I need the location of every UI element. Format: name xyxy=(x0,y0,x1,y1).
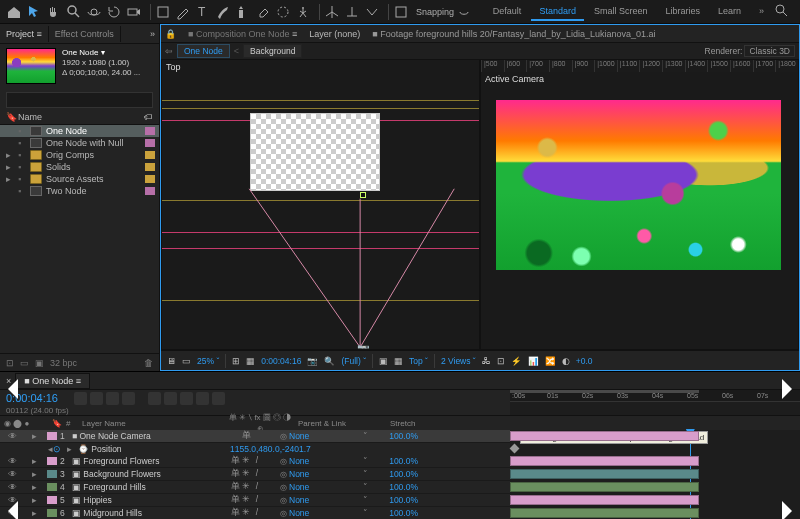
renderer-selector[interactable]: Renderer:Classic 3D xyxy=(705,46,795,56)
project-item[interactable]: ▸▪Orig Comps xyxy=(0,149,159,161)
label-color[interactable] xyxy=(47,470,57,478)
label-color[interactable] xyxy=(145,151,155,159)
layer-switches[interactable]: 单✳/ xyxy=(212,481,280,493)
selection-tool-icon[interactable] xyxy=(26,4,42,20)
label-color[interactable] xyxy=(47,457,57,465)
footage-crumb[interactable]: ■ Footage foreground hills 20/Fantasy_la… xyxy=(372,29,655,39)
project-item[interactable]: ▸▪Source Assets xyxy=(0,173,159,185)
disclosure-icon[interactable]: ▸ xyxy=(6,174,14,184)
tl-filter-icon[interactable] xyxy=(90,392,103,405)
layer-stretch[interactable]: 100.0% xyxy=(368,495,418,505)
layer-parent-dropdown[interactable]: None˅ xyxy=(280,469,368,479)
exposure-value[interactable]: +0.0 xyxy=(576,356,593,366)
label-color[interactable] xyxy=(47,509,57,517)
home-icon[interactable] xyxy=(6,4,22,20)
project-selected-name[interactable]: One Node ▾ xyxy=(62,48,140,58)
twirl-icon[interactable]: ▸ xyxy=(24,482,44,492)
layer-stretch[interactable]: 100.0% xyxy=(368,431,418,441)
view-mode-dropdown[interactable]: Top ˇ xyxy=(409,356,428,366)
zoom-tool-icon[interactable] xyxy=(66,4,82,20)
layer-parent-dropdown[interactable]: None˅ xyxy=(280,431,368,441)
timeline-tab[interactable]: ■ One Node ≡ xyxy=(15,373,90,389)
col-name-label[interactable]: Name xyxy=(18,112,42,122)
orbit-tool-icon[interactable] xyxy=(86,4,102,20)
subtab-one-node[interactable]: One Node xyxy=(177,44,230,58)
views-count-dropdown[interactable]: 2 Views ˇ xyxy=(441,356,476,366)
tl-motion-blur-icon[interactable] xyxy=(180,392,193,405)
label-color[interactable] xyxy=(145,139,155,147)
interpret-icon[interactable]: ⊡ xyxy=(6,358,14,368)
panel-overflow-icon[interactable]: » xyxy=(146,29,159,39)
project-item[interactable]: ▪One Node xyxy=(0,125,159,137)
property-value[interactable]: 1155.0,480.0,-2401.7 xyxy=(230,444,311,454)
twirl-icon[interactable]: ▸ xyxy=(24,431,44,441)
reset-exposure-icon[interactable]: ◐ xyxy=(562,356,570,366)
share-view-icon[interactable]: 🖧 xyxy=(482,356,491,366)
layer-switches[interactable]: 单✳/ xyxy=(212,468,280,480)
trash-icon[interactable]: 🗑 xyxy=(144,358,153,368)
tl-shy-icon[interactable] xyxy=(122,392,135,405)
mag-icon[interactable]: 🖥 xyxy=(167,356,176,366)
camera-icon[interactable]: 📷 xyxy=(357,343,369,350)
fast-preview-icon[interactable]: ⚡ xyxy=(511,356,522,366)
resolution-icon[interactable]: ⊞ xyxy=(232,356,240,366)
pixel-aspect-icon[interactable]: ⊡ xyxy=(497,356,505,366)
roto-tool-icon[interactable] xyxy=(275,4,291,20)
layer-switches[interactable]: 单✳/ xyxy=(212,507,280,519)
layer-parent-dropdown[interactable]: None˅ xyxy=(280,495,368,505)
workspace-small-screen[interactable]: Small Screen xyxy=(586,3,656,21)
lock-icon[interactable]: 🔒 xyxy=(165,29,176,39)
layer-row[interactable]: 👁▸3▣ Background Flowers单✳/None˅100.0% xyxy=(0,468,510,481)
layer-switches[interactable]: 单✳/ xyxy=(212,455,280,467)
next-key-icon[interactable]: ▸ xyxy=(67,444,72,454)
layer-stretch[interactable]: 100.0% xyxy=(368,482,418,492)
timeline-icon[interactable]: 📊 xyxy=(528,356,539,366)
show-snapshot-icon[interactable]: 🔍 xyxy=(324,356,335,366)
timeline-ruler[interactable]: :00s01s02s03s04s05s06s07s xyxy=(510,390,800,402)
label-color[interactable] xyxy=(145,163,155,171)
target-handle[interactable] xyxy=(360,192,366,198)
layer-crumb[interactable]: Layer (none) xyxy=(309,29,360,39)
label-color[interactable] xyxy=(145,127,155,135)
preview-time[interactable]: 0:00:04:16 xyxy=(261,356,301,366)
label-color[interactable] xyxy=(47,483,57,491)
flowchart-icon[interactable]: ⇦ xyxy=(165,46,173,56)
layer-parent-dropdown[interactable]: None˅ xyxy=(280,456,368,466)
layer-row[interactable]: 👁▸2▣ Foreground Flowers单✳/None˅100.0% xyxy=(0,455,510,468)
brush-tool-icon[interactable] xyxy=(215,4,231,20)
layer-bar[interactable] xyxy=(510,495,699,505)
project-item[interactable]: ▪One Node with Null xyxy=(0,137,159,149)
axis-world-icon[interactable] xyxy=(344,4,360,20)
snap-options-icon[interactable] xyxy=(456,4,472,20)
layer-row[interactable]: 👁▸1■ One Node Camera单None˅100.0% xyxy=(0,430,510,443)
layer-bar[interactable] xyxy=(510,508,699,518)
workspace-default[interactable]: Default xyxy=(485,3,530,21)
tag-icon[interactable]: 🔖 xyxy=(6,112,18,122)
timeline-tracks[interactable]: With single node, the camera points stra… xyxy=(510,430,800,519)
property-row[interactable]: ◂⊙▸⌚ Position1155.0,480.0,-2401.7 xyxy=(0,443,510,455)
col-type-icon[interactable]: 🏷 xyxy=(144,112,153,122)
project-item[interactable]: ▪Two Node xyxy=(0,185,159,197)
tl-graph-icon[interactable] xyxy=(196,392,209,405)
label-color[interactable] xyxy=(145,175,155,183)
layer-stretch[interactable]: 100.0% xyxy=(368,508,418,518)
layer-bar[interactable] xyxy=(510,482,699,492)
workspace-overflow-icon[interactable]: » xyxy=(751,3,772,21)
visibility-icon[interactable]: 👁 xyxy=(0,431,24,441)
twirl-icon[interactable]: ▸ xyxy=(24,495,44,505)
new-comp-icon[interactable]: ▣ xyxy=(35,358,44,368)
tl-snap-icon[interactable] xyxy=(106,392,119,405)
layer-switches[interactable]: 单 xyxy=(212,430,280,442)
twirl-icon[interactable]: ▸ xyxy=(24,456,44,466)
layer-parent-dropdown[interactable]: None˅ xyxy=(280,508,368,518)
workspace-standard[interactable]: Standard xyxy=(531,3,584,21)
clone-tool-icon[interactable] xyxy=(235,4,251,20)
tl-search-icon[interactable] xyxy=(74,392,87,405)
keyframe-icon[interactable] xyxy=(510,444,520,454)
project-tab[interactable]: Project ≡ xyxy=(0,26,49,42)
shape-tool-icon[interactable] xyxy=(155,4,171,20)
project-search-input[interactable] xyxy=(6,92,153,108)
workspace-libraries[interactable]: Libraries xyxy=(657,3,708,21)
keyframe-stopwatch-icon[interactable]: ⊙ xyxy=(53,444,61,454)
snap-checkbox[interactable] xyxy=(393,4,409,20)
